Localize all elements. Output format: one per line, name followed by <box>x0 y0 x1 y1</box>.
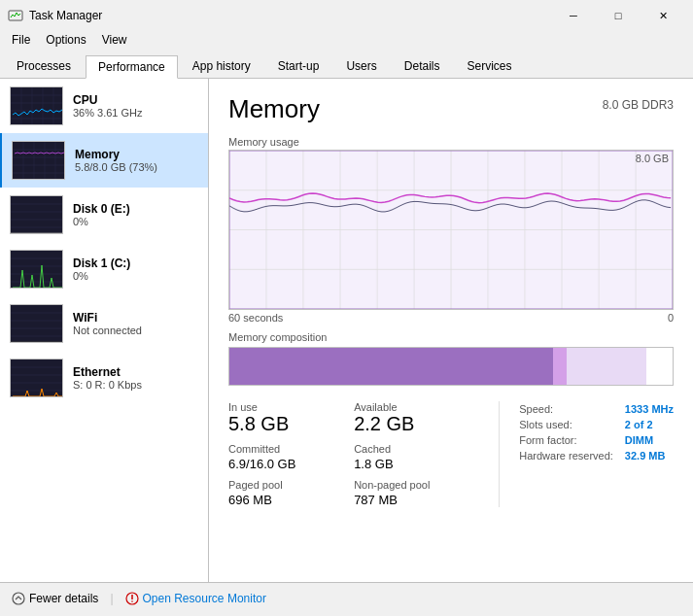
sidebar-item-disk1[interactable]: Disk 1 (C:) 0% <box>0 242 208 296</box>
maximize-button[interactable]: □ <box>596 0 641 31</box>
sidebar-item-ethernet[interactable]: Ethernet S: 0 R: 0 Kbps <box>0 351 208 405</box>
detail-title: Memory <box>228 94 320 124</box>
tab-users[interactable]: Users <box>333 54 389 78</box>
tab-bar: Processes Performance App history Start-… <box>0 51 693 79</box>
close-button[interactable]: ✕ <box>641 0 685 31</box>
stat-committed: Committed 6.9/16.0 GB <box>228 443 334 471</box>
main-content: CPU 36% 3.61 GHz Memory 5.8/8.0 GB (73%)… <box>0 79 693 582</box>
menu-options[interactable]: Options <box>38 31 93 51</box>
chevron-up-icon <box>12 592 25 605</box>
tab-processes[interactable]: Processes <box>4 54 84 78</box>
non-paged-value: 787 MB <box>354 493 460 507</box>
tab-performance[interactable]: Performance <box>86 55 178 79</box>
resource-monitor-link[interactable]: Open Resource Monitor <box>125 592 266 605</box>
slots-value: 2 of 2 <box>625 417 674 432</box>
stats-row: In use 5.8 GB Available 2.2 GB Committed… <box>228 401 674 507</box>
non-paged-label: Non-paged pool <box>354 479 460 491</box>
ethernet-value: S: 0 R: 0 Kbps <box>73 379 198 391</box>
stat-paged-pool: Paged pool 696 MB <box>228 479 334 507</box>
form-row: Form factor: DIMM <box>519 432 674 448</box>
available-label: Available <box>354 401 460 413</box>
hw-label: Hardware reserved: <box>519 448 625 463</box>
resource-monitor-label: Open Resource Monitor <box>143 592 266 605</box>
wifi-value: Not connected <box>73 325 198 336</box>
menu-file[interactable]: File <box>4 31 38 51</box>
memory-chart-area: 8.0 GB <box>228 150 674 310</box>
cached-value: 1.8 GB <box>354 457 460 471</box>
composition-bar <box>228 347 674 386</box>
stat-in-use: In use 5.8 GB <box>228 401 334 435</box>
left-stats: In use 5.8 GB Available 2.2 GB Committed… <box>228 401 460 507</box>
window-title: Task Manager <box>29 9 102 22</box>
slots-label: Slots used: <box>519 417 625 432</box>
ethernet-title: Ethernet <box>73 365 198 379</box>
chart-title-label: Memory usage <box>228 136 674 148</box>
hw-value: 32.9 MB <box>625 448 674 463</box>
fewer-details-button[interactable]: Fewer details <box>12 592 98 605</box>
chart-time-left: 60 seconds <box>228 312 283 324</box>
disk1-title: Disk 1 (C:) <box>73 257 198 270</box>
cpu-value: 36% 3.61 GHz <box>73 107 198 119</box>
sidebar-item-wifi[interactable]: WiFi Not connected <box>0 296 208 351</box>
detail-header: Memory 8.0 GB DDR3 <box>228 94 674 124</box>
menu-view[interactable]: View <box>94 31 135 51</box>
memory-title: Memory <box>75 148 198 161</box>
comp-free <box>646 348 673 385</box>
disk0-value: 0% <box>73 216 198 227</box>
sidebar-item-memory[interactable]: Memory 5.8/8.0 GB (73%) <box>0 133 208 188</box>
cached-label: Cached <box>354 443 460 455</box>
paged-pool-label: Paged pool <box>228 479 334 491</box>
title-bar: Task Manager ─ □ ✕ <box>0 0 693 31</box>
detail-panel: Memory 8.0 GB DDR3 Memory usage 8.0 GB 6… <box>209 79 693 582</box>
right-stats-container: Speed: 1333 MHz Slots used: 2 of 2 Form … <box>499 401 674 507</box>
available-value: 2.2 GB <box>354 413 460 435</box>
app-icon <box>8 8 23 23</box>
comp-in-use <box>229 348 553 385</box>
speed-value: 1333 MHz <box>625 401 674 417</box>
title-bar-controls: ─ □ ✕ <box>551 0 685 31</box>
slots-row: Slots used: 2 of 2 <box>519 417 674 432</box>
detail-subtitle: 8.0 GB DDR3 <box>603 98 674 112</box>
disk0-mini-chart <box>10 195 63 234</box>
stat-cached: Cached 1.8 GB <box>354 443 460 471</box>
wifi-title: WiFi <box>73 311 198 325</box>
tab-details[interactable]: Details <box>392 54 453 78</box>
composition-section: Memory composition <box>228 331 674 386</box>
cpu-mini-chart <box>10 86 63 125</box>
composition-label: Memory composition <box>228 331 674 343</box>
tab-startup[interactable]: Start-up <box>265 54 332 78</box>
comp-standby <box>567 348 646 385</box>
resource-monitor-icon <box>125 592 139 605</box>
tab-app-history[interactable]: App history <box>180 54 263 78</box>
hw-row: Hardware reserved: 32.9 MB <box>519 448 674 463</box>
speed-row: Speed: 1333 MHz <box>519 401 674 417</box>
ethernet-mini-chart <box>10 359 63 397</box>
right-stats-table: Speed: 1333 MHz Slots used: 2 of 2 Form … <box>519 401 674 463</box>
sidebar-item-cpu[interactable]: CPU 36% 3.61 GHz <box>0 79 208 133</box>
form-label: Form factor: <box>519 432 625 448</box>
speed-label: Speed: <box>519 401 625 417</box>
sidebar-item-disk0[interactable]: Disk 0 (E:) 0% <box>0 188 208 242</box>
minimize-button[interactable]: ─ <box>551 0 596 31</box>
wifi-mini-chart <box>10 304 63 343</box>
title-bar-left: Task Manager <box>8 8 102 23</box>
paged-pool-value: 696 MB <box>228 493 334 507</box>
committed-label: Committed <box>228 443 334 455</box>
svg-point-4 <box>131 600 133 602</box>
fewer-details-label: Fewer details <box>29 592 98 605</box>
tab-services[interactable]: Services <box>454 54 524 78</box>
form-value: DIMM <box>625 432 674 448</box>
chart-container: Memory usage 8.0 GB 60 seconds 0 <box>228 136 674 324</box>
chart-time-right: 0 <box>668 312 674 324</box>
sidebar: CPU 36% 3.61 GHz Memory 5.8/8.0 GB (73%)… <box>0 79 209 582</box>
svg-point-1 <box>13 593 24 604</box>
menu-bar: File Options View <box>0 31 693 51</box>
chart-time-labels: 60 seconds 0 <box>228 312 674 324</box>
chart-y-max: 8.0 GB <box>636 153 669 164</box>
memory-value: 5.8/8.0 GB (73%) <box>75 161 198 173</box>
disk1-value: 0% <box>73 270 198 282</box>
in-use-value: 5.8 GB <box>228 413 334 435</box>
stat-non-paged: Non-paged pool 787 MB <box>354 479 460 507</box>
cpu-title: CPU <box>73 93 198 107</box>
memory-mini-chart <box>12 141 65 180</box>
